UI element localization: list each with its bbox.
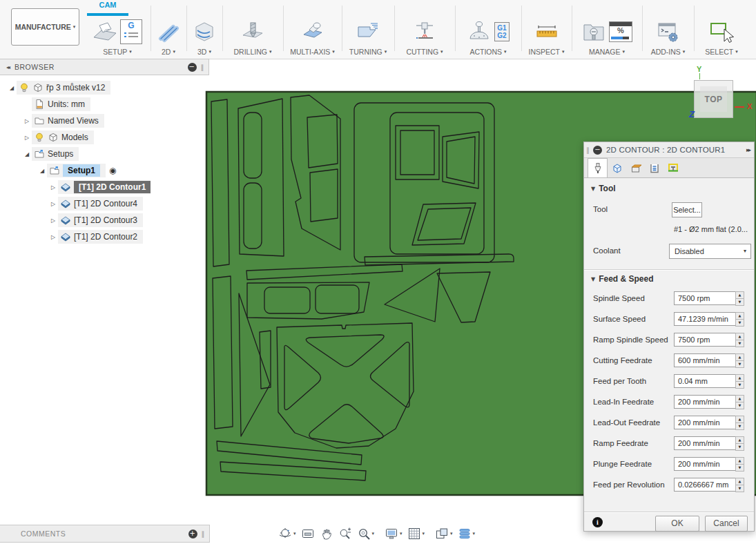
tree-item-units[interactable]: Units: mm [0, 96, 209, 113]
feed-speed-section-header[interactable]: ▼ Feed & Speed [591, 274, 654, 284]
setup-icon[interactable] [93, 21, 117, 43]
scripts-add-ins-icon[interactable] [656, 21, 681, 43]
collapsed-arrow-icon[interactable]: ▷ [48, 234, 58, 240]
tool-select-button[interactable]: Select... [672, 202, 702, 217]
ribbon-group-2d[interactable]: 2D▾ [151, 17, 186, 57]
expanded-arrow-icon[interactable]: ◢ [37, 168, 47, 174]
coolant-select[interactable]: Disabled ▾ [669, 244, 751, 259]
spindle-speed-input[interactable]: 7500 rpm [674, 291, 737, 305]
select-icon[interactable] [709, 21, 734, 43]
chevron-down-icon[interactable]: ▾ [293, 531, 296, 536]
ribbon-group-manage[interactable]: % MANAGE▾ [572, 17, 642, 57]
pan-button[interactable] [320, 527, 333, 541]
spinner-control[interactable]: ▲▼ [735, 374, 744, 388]
chevron-down-icon[interactable]: ▾ [450, 531, 453, 536]
panel-drag-handle[interactable]: ∥ [201, 64, 205, 71]
turning-icon[interactable] [356, 21, 380, 43]
ribbon-group-multi-axis[interactable]: MULTI-AXIS▾ [283, 17, 342, 57]
view-cube[interactable]: Y TOP X Z [684, 64, 756, 129]
lead-out-feedrate-input[interactable]: 200 mm/min [674, 416, 737, 429]
plunge-feedrate-input[interactable]: 200 mm/min [674, 457, 737, 471]
spinner-control[interactable]: ▲▼ [735, 291, 744, 305]
cutting-feedrate-input[interactable]: 600 mm/min [674, 353, 737, 367]
feed-per-revolution-input[interactable]: 0.0266667 mm [674, 478, 737, 492]
browser-header[interactable]: ◂◂ BROWSER − ∥ [0, 59, 209, 75]
post-process-icon[interactable]: G [120, 19, 142, 44]
collapsed-arrow-icon[interactable]: ▷ [22, 135, 32, 141]
tree-item-root[interactable]: ◢ řp 3 můstek v12 [0, 79, 209, 96]
tree-item-models[interactable]: ▷ Models [0, 129, 209, 146]
dialog-header[interactable]: ∥ − 2D CONTOUR : 2D CONTOUR1 ▸▸ [584, 142, 754, 158]
collapsed-arrow-icon[interactable]: ▷ [22, 118, 32, 124]
multi-axis-icon[interactable] [300, 21, 325, 43]
tree-item-contour2[interactable]: ▷ [T1] 2D Contour2 [0, 229, 209, 245]
bulb-icon[interactable] [19, 82, 30, 93]
tree-item-setups[interactable]: ◢ Setups [0, 146, 209, 162]
ribbon-group-select[interactable]: SELECT▾ [694, 17, 749, 57]
3d-milling-icon[interactable] [192, 21, 217, 43]
tree-item-setup1[interactable]: ◢ Setup1 ◉ [0, 162, 209, 179]
ramp-spindle-speed-input[interactable]: 7500 rpm [674, 333, 737, 347]
workspace-switcher-button[interactable]: MANUFACTURE ▾ [11, 8, 79, 46]
steps-button[interactable]: ▾ [458, 527, 476, 541]
view-cube-face-top[interactable]: TOP [694, 80, 733, 118]
tab-tool[interactable] [588, 158, 608, 177]
spinner-control[interactable]: ▲▼ [735, 395, 744, 409]
display-settings-button[interactable]: ▾ [385, 527, 403, 541]
ribbon-group-actions[interactable]: G1 G2 ACTIONS▾ [455, 17, 521, 57]
grid-snaps-button[interactable]: ▾ [407, 527, 425, 541]
info-icon[interactable]: i [592, 517, 603, 527]
feed-per-tooth-input[interactable]: 0.04 mm [674, 374, 737, 388]
expanded-arrow-icon[interactable]: ◢ [7, 85, 17, 91]
spinner-control[interactable]: ▲▼ [735, 457, 744, 471]
ribbon-group-3d[interactable]: 3D▾ [186, 17, 222, 57]
orbit-button[interactable]: ▾ [278, 527, 296, 541]
panel-drag-handle[interactable]: ∥ [202, 530, 206, 538]
collapsed-arrow-icon[interactable]: ▷ [48, 217, 58, 224]
comments-panel[interactable]: COMMENTS + ∥ [0, 525, 210, 543]
spinner-control[interactable]: ▲▼ [735, 353, 744, 367]
tool-section-header[interactable]: ▼ Tool [591, 184, 616, 193]
simulate-icon[interactable] [467, 21, 492, 43]
ribbon-group-turning[interactable]: TURNING▾ [342, 17, 394, 57]
spinner-control[interactable]: ▲▼ [735, 333, 744, 347]
g-code-icon[interactable]: G1 G2 [494, 22, 509, 41]
surface-speed-input[interactable]: 47.1239 m/min [674, 312, 737, 326]
ribbon-group-inspect[interactable]: INSPECT▾ [521, 17, 572, 57]
tree-item-contour4[interactable]: ▷ [T1] 2D Contour4 [0, 195, 209, 212]
tab-geometry[interactable] [608, 159, 626, 177]
2d-milling-icon[interactable] [156, 21, 181, 43]
add-comment-icon[interactable]: + [188, 530, 197, 538]
chevron-down-icon[interactable]: ▾ [372, 531, 375, 536]
viewports-button[interactable]: ▾ [435, 527, 453, 541]
tree-item-contour1[interactable]: ▷ [T1] 2D Contour1 [0, 179, 209, 195]
bulb-icon[interactable] [34, 132, 45, 143]
collapse-panel-icon[interactable]: ◂◂ [6, 64, 9, 70]
ribbon-group-setup[interactable]: G SETUP▾ [84, 17, 151, 57]
chevron-down-icon[interactable]: ▾ [423, 531, 425, 536]
zoom-button[interactable] [338, 527, 352, 541]
cutting-icon[interactable] [412, 21, 437, 43]
spinner-control[interactable]: ▲▼ [735, 312, 744, 326]
ok-button[interactable]: OK [655, 516, 699, 532]
ribbon-group-add-ins[interactable]: ADD-INS▾ [642, 17, 694, 57]
ramp-feedrate-input[interactable]: 200 mm/min [674, 436, 737, 450]
spinner-control[interactable]: ▲▼ [735, 416, 744, 429]
cancel-button[interactable]: Cancel [705, 516, 748, 532]
tree-item-named-views[interactable]: ▷ Named Views [0, 113, 209, 129]
active-setup-radio-icon[interactable]: ◉ [109, 166, 116, 175]
ribbon-group-cutting[interactable]: CUTTING▾ [394, 17, 455, 57]
chevron-down-icon[interactable]: ▾ [400, 531, 403, 536]
spinner-control[interactable]: ▲▼ [735, 436, 744, 450]
tab-heights[interactable] [626, 159, 645, 177]
expanded-arrow-icon[interactable]: ◢ [22, 151, 32, 157]
ribbon-group-drilling[interactable]: DRILLING▾ [222, 17, 283, 57]
look-at-button[interactable] [301, 527, 315, 541]
measure-icon[interactable] [534, 21, 559, 43]
fit-button[interactable]: ▾ [357, 527, 375, 541]
tab-cam[interactable]: CAM [87, 1, 128, 9]
spinner-control[interactable]: ▲▼ [735, 478, 744, 492]
tab-passes[interactable] [645, 159, 663, 177]
dialog-minimize-icon[interactable]: − [593, 146, 602, 155]
machining-time-icon[interactable]: % [609, 21, 632, 42]
